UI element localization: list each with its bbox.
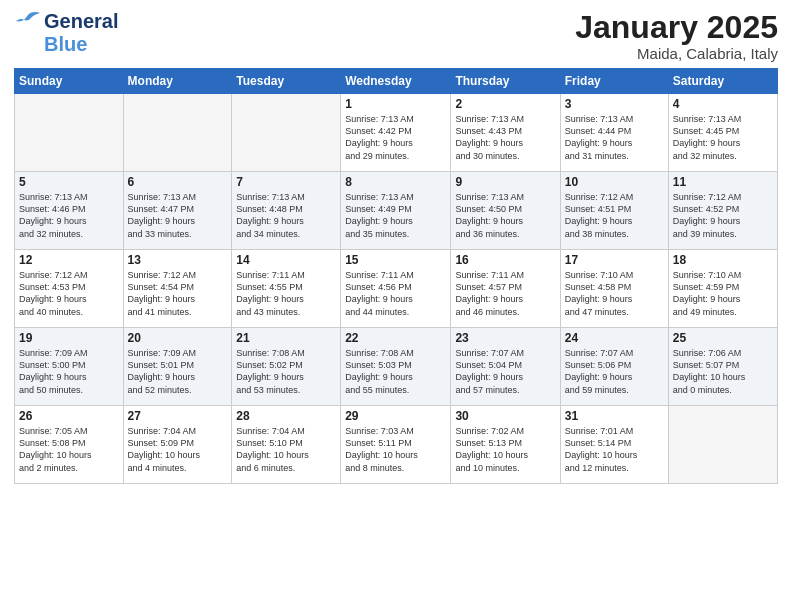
calendar-cell: 8Sunrise: 7:13 AM Sunset: 4:49 PM Daylig… xyxy=(341,172,451,250)
day-number: 11 xyxy=(673,175,773,189)
weekday-header: Thursday xyxy=(451,69,560,94)
calendar-cell: 19Sunrise: 7:09 AM Sunset: 5:00 PM Dayli… xyxy=(15,328,124,406)
weekday-header: Tuesday xyxy=(232,69,341,94)
day-info: Sunrise: 7:13 AM Sunset: 4:46 PM Dayligh… xyxy=(19,191,119,240)
day-info: Sunrise: 7:01 AM Sunset: 5:14 PM Dayligh… xyxy=(565,425,664,474)
calendar-cell: 25Sunrise: 7:06 AM Sunset: 5:07 PM Dayli… xyxy=(668,328,777,406)
day-info: Sunrise: 7:03 AM Sunset: 5:11 PM Dayligh… xyxy=(345,425,446,474)
calendar-cell: 2Sunrise: 7:13 AM Sunset: 4:43 PM Daylig… xyxy=(451,94,560,172)
logo-blue: Blue xyxy=(44,33,87,56)
day-number: 22 xyxy=(345,331,446,345)
calendar-cell: 7Sunrise: 7:13 AM Sunset: 4:48 PM Daylig… xyxy=(232,172,341,250)
day-number: 19 xyxy=(19,331,119,345)
day-info: Sunrise: 7:13 AM Sunset: 4:45 PM Dayligh… xyxy=(673,113,773,162)
day-number: 25 xyxy=(673,331,773,345)
calendar-cell: 28Sunrise: 7:04 AM Sunset: 5:10 PM Dayli… xyxy=(232,406,341,484)
day-number: 10 xyxy=(565,175,664,189)
day-info: Sunrise: 7:13 AM Sunset: 4:48 PM Dayligh… xyxy=(236,191,336,240)
calendar-cell xyxy=(123,94,232,172)
day-info: Sunrise: 7:06 AM Sunset: 5:07 PM Dayligh… xyxy=(673,347,773,396)
day-info: Sunrise: 7:13 AM Sunset: 4:50 PM Dayligh… xyxy=(455,191,555,240)
day-info: Sunrise: 7:13 AM Sunset: 4:42 PM Dayligh… xyxy=(345,113,446,162)
day-info: Sunrise: 7:08 AM Sunset: 5:03 PM Dayligh… xyxy=(345,347,446,396)
day-number: 5 xyxy=(19,175,119,189)
calendar-cell: 4Sunrise: 7:13 AM Sunset: 4:45 PM Daylig… xyxy=(668,94,777,172)
day-number: 13 xyxy=(128,253,228,267)
calendar-cell: 17Sunrise: 7:10 AM Sunset: 4:58 PM Dayli… xyxy=(560,250,668,328)
calendar-week-row: 26Sunrise: 7:05 AM Sunset: 5:08 PM Dayli… xyxy=(15,406,778,484)
calendar-cell: 26Sunrise: 7:05 AM Sunset: 5:08 PM Dayli… xyxy=(15,406,124,484)
calendar-cell: 1Sunrise: 7:13 AM Sunset: 4:42 PM Daylig… xyxy=(341,94,451,172)
calendar-table: SundayMondayTuesdayWednesdayThursdayFrid… xyxy=(14,68,778,484)
day-number: 4 xyxy=(673,97,773,111)
logo-bird-icon xyxy=(14,11,42,33)
calendar-cell: 18Sunrise: 7:10 AM Sunset: 4:59 PM Dayli… xyxy=(668,250,777,328)
day-info: Sunrise: 7:11 AM Sunset: 4:55 PM Dayligh… xyxy=(236,269,336,318)
day-info: Sunrise: 7:04 AM Sunset: 5:10 PM Dayligh… xyxy=(236,425,336,474)
calendar-cell: 27Sunrise: 7:04 AM Sunset: 5:09 PM Dayli… xyxy=(123,406,232,484)
calendar-cell: 6Sunrise: 7:13 AM Sunset: 4:47 PM Daylig… xyxy=(123,172,232,250)
day-info: Sunrise: 7:11 AM Sunset: 4:57 PM Dayligh… xyxy=(455,269,555,318)
day-info: Sunrise: 7:13 AM Sunset: 4:44 PM Dayligh… xyxy=(565,113,664,162)
calendar-cell: 12Sunrise: 7:12 AM Sunset: 4:53 PM Dayli… xyxy=(15,250,124,328)
day-info: Sunrise: 7:13 AM Sunset: 4:47 PM Dayligh… xyxy=(128,191,228,240)
day-number: 30 xyxy=(455,409,555,423)
day-number: 17 xyxy=(565,253,664,267)
calendar-cell: 5Sunrise: 7:13 AM Sunset: 4:46 PM Daylig… xyxy=(15,172,124,250)
day-number: 2 xyxy=(455,97,555,111)
logo-general: General xyxy=(44,10,118,33)
calendar-cell xyxy=(15,94,124,172)
calendar-cell: 3Sunrise: 7:13 AM Sunset: 4:44 PM Daylig… xyxy=(560,94,668,172)
calendar-cell xyxy=(232,94,341,172)
calendar-cell xyxy=(668,406,777,484)
calendar-cell: 15Sunrise: 7:11 AM Sunset: 4:56 PM Dayli… xyxy=(341,250,451,328)
calendar-header-row: SundayMondayTuesdayWednesdayThursdayFrid… xyxy=(15,69,778,94)
day-info: Sunrise: 7:12 AM Sunset: 4:51 PM Dayligh… xyxy=(565,191,664,240)
day-number: 15 xyxy=(345,253,446,267)
calendar-week-row: 5Sunrise: 7:13 AM Sunset: 4:46 PM Daylig… xyxy=(15,172,778,250)
title-area: January 2025 Maida, Calabria, Italy xyxy=(575,10,778,62)
day-number: 1 xyxy=(345,97,446,111)
day-number: 24 xyxy=(565,331,664,345)
calendar-cell: 23Sunrise: 7:07 AM Sunset: 5:04 PM Dayli… xyxy=(451,328,560,406)
day-info: Sunrise: 7:12 AM Sunset: 4:52 PM Dayligh… xyxy=(673,191,773,240)
logo: General Blue xyxy=(14,10,118,56)
day-number: 26 xyxy=(19,409,119,423)
day-number: 6 xyxy=(128,175,228,189)
day-info: Sunrise: 7:13 AM Sunset: 4:49 PM Dayligh… xyxy=(345,191,446,240)
day-number: 14 xyxy=(236,253,336,267)
calendar-cell: 24Sunrise: 7:07 AM Sunset: 5:06 PM Dayli… xyxy=(560,328,668,406)
calendar-cell: 31Sunrise: 7:01 AM Sunset: 5:14 PM Dayli… xyxy=(560,406,668,484)
day-number: 9 xyxy=(455,175,555,189)
day-info: Sunrise: 7:04 AM Sunset: 5:09 PM Dayligh… xyxy=(128,425,228,474)
day-number: 27 xyxy=(128,409,228,423)
day-info: Sunrise: 7:12 AM Sunset: 4:53 PM Dayligh… xyxy=(19,269,119,318)
calendar-cell: 22Sunrise: 7:08 AM Sunset: 5:03 PM Dayli… xyxy=(341,328,451,406)
calendar-cell: 29Sunrise: 7:03 AM Sunset: 5:11 PM Dayli… xyxy=(341,406,451,484)
calendar-cell: 20Sunrise: 7:09 AM Sunset: 5:01 PM Dayli… xyxy=(123,328,232,406)
day-number: 3 xyxy=(565,97,664,111)
day-info: Sunrise: 7:13 AM Sunset: 4:43 PM Dayligh… xyxy=(455,113,555,162)
day-info: Sunrise: 7:10 AM Sunset: 4:58 PM Dayligh… xyxy=(565,269,664,318)
day-number: 29 xyxy=(345,409,446,423)
weekday-header: Saturday xyxy=(668,69,777,94)
day-info: Sunrise: 7:05 AM Sunset: 5:08 PM Dayligh… xyxy=(19,425,119,474)
calendar-cell: 9Sunrise: 7:13 AM Sunset: 4:50 PM Daylig… xyxy=(451,172,560,250)
day-number: 23 xyxy=(455,331,555,345)
calendar-cell: 14Sunrise: 7:11 AM Sunset: 4:55 PM Dayli… xyxy=(232,250,341,328)
calendar-week-row: 12Sunrise: 7:12 AM Sunset: 4:53 PM Dayli… xyxy=(15,250,778,328)
day-info: Sunrise: 7:12 AM Sunset: 4:54 PM Dayligh… xyxy=(128,269,228,318)
header: General Blue January 2025 Maida, Calabri… xyxy=(14,10,778,62)
day-info: Sunrise: 7:09 AM Sunset: 5:01 PM Dayligh… xyxy=(128,347,228,396)
day-number: 31 xyxy=(565,409,664,423)
day-number: 12 xyxy=(19,253,119,267)
day-number: 20 xyxy=(128,331,228,345)
day-number: 21 xyxy=(236,331,336,345)
day-info: Sunrise: 7:09 AM Sunset: 5:00 PM Dayligh… xyxy=(19,347,119,396)
month-title: January 2025 xyxy=(575,10,778,45)
day-number: 28 xyxy=(236,409,336,423)
day-number: 16 xyxy=(455,253,555,267)
weekday-header: Wednesday xyxy=(341,69,451,94)
weekday-header: Friday xyxy=(560,69,668,94)
day-info: Sunrise: 7:10 AM Sunset: 4:59 PM Dayligh… xyxy=(673,269,773,318)
